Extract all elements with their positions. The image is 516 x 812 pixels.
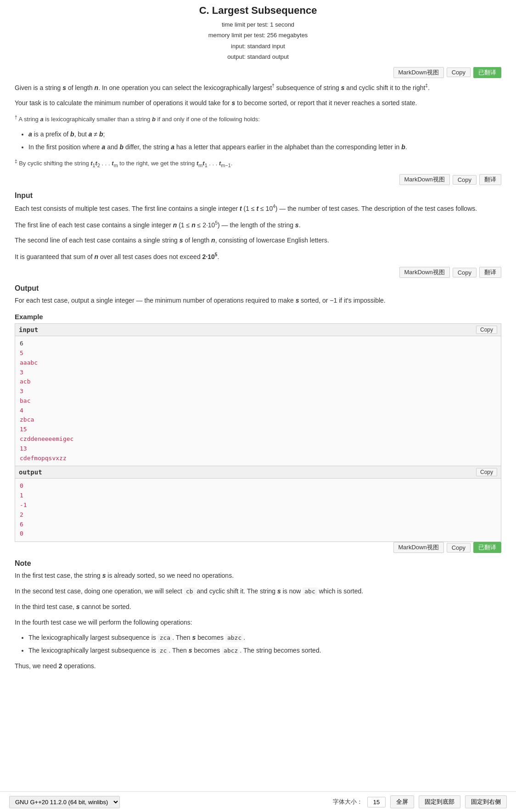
output-block: output Copy 0 1 -1 2 6 0 [15,466,501,542]
copy-button-input[interactable]: Copy [476,326,497,334]
input-line-ex-3: aaabc [20,358,496,368]
input-section: Input Each test consists of multiple tes… [15,192,501,262]
output-body: 0 1 -1 2 6 0 [15,479,501,541]
note-conclusion: Thus, we need 2 operations. [15,661,501,672]
markdown-view-button-2[interactable]: MarkDown视图 [399,174,450,185]
output-line-ex-2: 1 [20,491,496,501]
font-size-input[interactable] [367,797,386,807]
font-size-label: 字体大小： [333,798,363,806]
input-line-ex-2: 5 [20,349,496,358]
output-title: Output [15,284,501,293]
markdown-view-button-4[interactable]: MarkDown视图 [393,542,444,553]
note-para-1: In the first test case, the string s is … [15,570,501,581]
example-section: Example input Copy 6 5 aaabc 3 acb 3 bac… [15,313,501,542]
translated-button-4[interactable]: 已翻译 [473,542,501,553]
memory-limit: memory limit per test: 256 megabytes [15,30,501,40]
input-line-ex-12: 13 [20,444,496,454]
input-line-ex-13: cdefmopqsvxzz [20,454,496,463]
second-toolbar: MarkDown视图 Copy 翻译 [15,174,501,185]
input-block-header: input Copy [15,324,501,336]
input-line-ex-6: 3 [20,387,496,396]
output-text: For each test case, output a single inte… [15,295,501,306]
time-limit: time limit per test: 1 second [15,19,501,30]
output-line-ex-5: 6 [20,520,496,530]
input-title: Input [15,192,501,200]
copy-button-3[interactable]: Copy [453,268,477,277]
note-para-4: In the fourth test case we will perform … [15,617,501,628]
input-label: input [19,326,38,333]
third-toolbar: MarkDown视图 Copy 翻译 [15,267,501,278]
fix-right-button[interactable]: 固定到右侧 [465,795,507,808]
problem-statement: Given is a string s of length n. In one … [15,82,501,170]
note-list: The lexicographically largest subsequenc… [28,632,501,656]
input-line-3: The second line of each test case contai… [15,235,501,246]
input-line-ex-9: zbca [20,415,496,425]
input-line-ex-11: czddeneeeemigec [20,434,496,444]
problem-title: C. Largest Subsequence [15,5,501,17]
note-item-2: The lexicographically largest subsequenc… [28,645,501,656]
task-paragraph: Your task is to calculate the minimum nu… [15,98,501,109]
fix-bottom-button[interactable]: 固定到底部 [419,795,460,808]
output-line-ex-6: 0 [20,529,496,539]
markdown-view-button-1[interactable]: MarkDown视图 [393,67,444,78]
footnote2: ‡ By cyclic shifting the string t1t2 . .… [15,158,501,169]
input-line-ex-7: bac [20,396,496,406]
first-toolbar: MarkDown视图 Copy 已翻译 [15,67,501,78]
fullscreen-button[interactable]: 全屏 [390,795,414,808]
footnote1-list: a is a prefix of b, but a ≠ b; In the fi… [28,129,501,153]
example-title: Example [15,313,501,321]
footnote1-item-2: In the first position where a and b diff… [28,142,501,153]
input-line-ex-1: 6 [20,339,496,349]
input-type: input: standard input [15,41,501,51]
input-line-ex-4: 3 [20,368,496,378]
note-text: In the first test case, the string s is … [15,570,501,672]
bottom-toolbar: GNU G++20 11.2.0 (64 bit, winlibs) 字体大小：… [0,791,516,812]
output-line-ex-4: 2 [20,510,496,520]
intro-paragraph: Given is a string s of length n. In one … [15,82,501,93]
copy-button-1[interactable]: Copy [447,68,471,77]
input-line-ex-5: acb [20,377,496,387]
translate-button-2[interactable]: 翻译 [479,174,501,185]
output-line-ex-3: -1 [20,501,496,510]
note-item-1: The lexicographically largest subsequenc… [28,632,501,643]
translated-button-1[interactable]: 已翻译 [473,67,501,78]
input-body: 6 5 aaabc 3 acb 3 bac 4 zbca 15 czddenee… [15,336,501,466]
input-line-ex-10: 15 [20,425,496,434]
note-para-2: In the second test case, doing one opera… [15,586,501,597]
input-text: Each test consists of multiple test case… [15,203,501,262]
output-line-1: For each test case, output a single inte… [15,295,501,306]
input-line-2: The first line of each test case contain… [15,219,501,231]
output-block-header: output Copy [15,466,501,479]
copy-button-2[interactable]: Copy [453,175,477,185]
fourth-toolbar: MarkDown视图 Copy 已翻译 [15,542,501,553]
note-para-3: In the third test case, s cannot be sort… [15,602,501,613]
meta-info: time limit per test: 1 second memory lim… [15,19,501,62]
input-line-1: Each test consists of multiple test case… [15,203,501,214]
markdown-view-button-3[interactable]: MarkDown视图 [399,267,450,278]
input-line-4: It is guaranteed that sum of n over all … [15,251,501,262]
output-section: Output For each test case, output a sing… [15,284,501,306]
copy-button-output[interactable]: Copy [476,468,497,476]
copy-button-4[interactable]: Copy [447,543,471,553]
output-type: output: standard output [15,51,501,62]
translate-button-3[interactable]: 翻译 [479,267,501,278]
language-selector[interactable]: GNU G++20 11.2.0 (64 bit, winlibs) [9,796,120,808]
input-block: input Copy 6 5 aaabc 3 acb 3 bac 4 zbca … [15,323,501,466]
output-label: output [19,468,42,476]
footnote1: † A string a is lexicographically smalle… [15,113,501,124]
output-line-ex-1: 0 [20,481,496,491]
note-section: Note In the first test case, the string … [15,559,501,672]
input-line-ex-8: 4 [20,406,496,416]
footnote1-item-1: a is a prefix of b, but a ≠ b; [28,129,501,140]
note-title: Note [15,559,501,568]
